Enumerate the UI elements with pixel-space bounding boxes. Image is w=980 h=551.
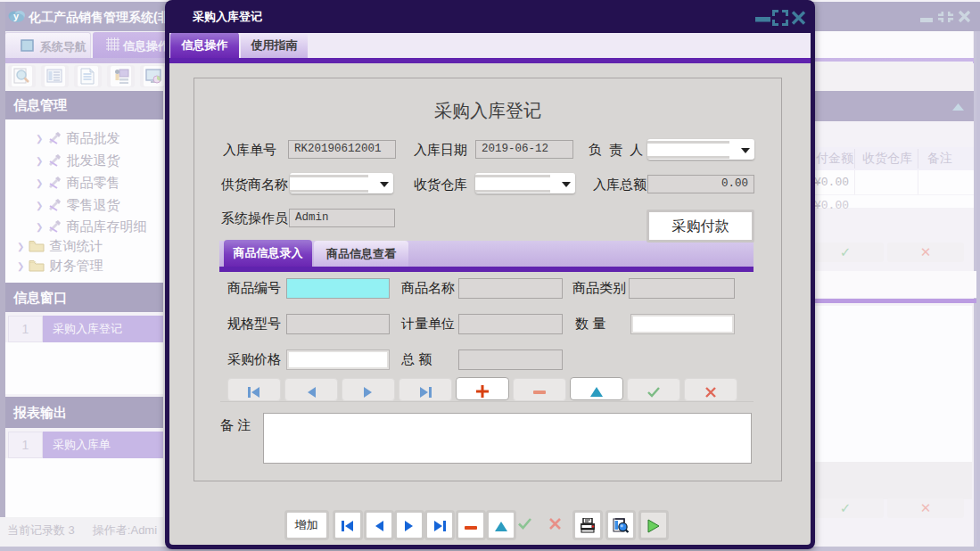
svg-text:y: y	[13, 11, 20, 21]
